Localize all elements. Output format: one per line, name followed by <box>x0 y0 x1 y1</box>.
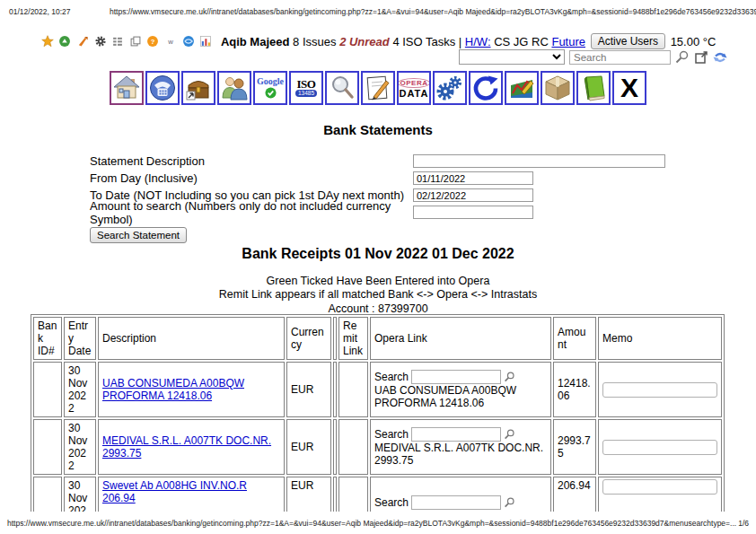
hw-values: CS JG RC <box>494 35 549 48</box>
toolbar: ? w Aqib Majeed 8 Issues 2 Unread 4 ISO … <box>0 33 756 49</box>
launch-icon[interactable] <box>76 35 89 48</box>
memo-input[interactable] <box>602 479 717 495</box>
app-icon-row: Google ISO 13485 OPERA DATA X <box>0 71 756 105</box>
book-icon[interactable] <box>576 71 611 105</box>
opera-search-icon[interactable] <box>504 372 515 383</box>
svg-text:w: w <box>167 38 173 46</box>
magnifier-icon[interactable] <box>325 71 359 105</box>
opera-search-input[interactable] <box>411 495 501 510</box>
statement-form: Statement Description From Day (Inclusiv… <box>90 153 665 243</box>
menu-search-select[interactable] <box>459 49 565 65</box>
cell-entry-date: 30 Nov 2022 <box>64 419 96 475</box>
chart-icon[interactable] <box>505 71 539 105</box>
statement-description-input[interactable] <box>413 154 665 168</box>
wiki-icon[interactable]: w <box>164 35 177 48</box>
cell-entry-date: 30 Nov 2022 <box>64 477 96 512</box>
globe-icon[interactable] <box>182 35 195 48</box>
cell-bank-id <box>33 477 62 512</box>
opera-data-icon[interactable]: OPERA DATA <box>397 71 431 105</box>
cell-remit-link <box>338 477 368 512</box>
notes-icon[interactable] <box>361 71 395 105</box>
iso-label: ISO <box>297 79 316 90</box>
cell-memo <box>598 362 722 417</box>
amount-search-input[interactable] <box>413 206 533 219</box>
cell-memo <box>598 419 722 475</box>
cell-description: Swevet Ab A008HG INV.NO.R 206.94 <box>98 477 285 512</box>
svg-text:?: ? <box>151 38 155 46</box>
treasure-chest-icon[interactable] <box>181 71 215 105</box>
iso-icon[interactable]: ISO 13485 <box>289 71 323 105</box>
receipts-notes: Green Ticked Have Been Entered into Oper… <box>0 275 756 316</box>
star-icon[interactable] <box>41 35 54 48</box>
opera-label: OPERA <box>398 78 431 88</box>
user-name: Aqib Majeed <box>221 35 290 48</box>
cell-bank-id <box>33 419 62 475</box>
google-label: Google <box>257 77 284 86</box>
col-bank-id: Bank ID# <box>33 317 62 360</box>
google-icon[interactable]: Google <box>253 71 287 105</box>
to-date-input[interactable] <box>413 188 533 202</box>
opera-search-icon[interactable] <box>504 429 515 441</box>
cell-spacer <box>333 477 337 512</box>
description-link[interactable]: Swevet Ab A008HG INV.NO.R 206.94 <box>102 479 247 504</box>
gear-icon[interactable] <box>94 35 107 48</box>
hw-link[interactable]: H/W: <box>465 35 491 48</box>
opera-search-icon[interactable] <box>504 497 515 509</box>
refresh-icon[interactable] <box>469 71 503 105</box>
memo-input[interactable] <box>602 440 717 455</box>
home-icon[interactable] <box>110 71 144 105</box>
sync-icon[interactable] <box>713 50 727 65</box>
description-link[interactable]: MEDIVAL S.R.L. A007TK DOC.NR. 2993.75 <box>102 434 271 460</box>
close-icon[interactable]: X <box>612 71 646 105</box>
help-icon[interactable]: ? <box>146 35 159 48</box>
memo-input[interactable] <box>602 382 717 398</box>
cell-spacer <box>333 419 337 475</box>
opera-search-input[interactable] <box>411 427 501 442</box>
copy-icon[interactable] <box>129 35 142 48</box>
cell-description: UAB CONSUMEDA A00BQW PROFORMA 12418.06 <box>98 362 285 417</box>
future-link[interactable]: Future <box>551 35 585 48</box>
search-statement-button[interactable]: Search Statement <box>90 227 187 243</box>
cell-amount: 206.94 <box>553 477 596 512</box>
note-green-ticked: Green Ticked Have Been Entered into Oper… <box>0 275 756 288</box>
table-row: 30 Nov 2022 MEDIVAL S.R.L. A007TK DOC.NR… <box>33 419 722 475</box>
package-icon[interactable] <box>541 71 575 105</box>
opera-search-input[interactable] <box>411 370 501 384</box>
search-bar <box>459 49 727 65</box>
footer-page-number: 1/6 <box>738 519 749 528</box>
stats-icon[interactable] <box>199 35 212 48</box>
cell-bank-id <box>33 362 62 417</box>
col-entry-date: Entry Date <box>64 317 96 360</box>
issues-count[interactable]: 8 Issues <box>293 35 336 48</box>
recycle-icon[interactable] <box>58 35 71 48</box>
description-link[interactable]: UAB CONSUMEDA A00BQW PROFORMA 12418.06 <box>102 377 244 402</box>
phone-icon[interactable] <box>145 71 180 105</box>
active-users-button[interactable]: Active Users <box>591 33 665 49</box>
col-opera-link: Opera Link <box>370 317 551 360</box>
iso-tasks-count[interactable]: 4 ISO Tasks | <box>392 35 462 48</box>
from-day-input[interactable] <box>413 171 533 185</box>
search-input[interactable] <box>569 50 671 65</box>
opera-match-text: UAB CONSUMEDA A00BQW PROFORMA 12418.06 <box>374 384 547 409</box>
table-row: 30 Nov 2022 UAB CONSUMEDA A00BQW PROFORM… <box>33 362 722 417</box>
statement-description-label: Statement Description <box>90 154 413 168</box>
cell-opera-link: Search UAB CONSUMEDA A00BQW PROFORMA 124… <box>370 362 551 417</box>
print-datetime: 01/12/2022, 10:27 <box>9 7 71 16</box>
cell-amount: 12418.06 <box>553 362 596 417</box>
search-icon[interactable] <box>675 50 690 65</box>
grid-icon[interactable] <box>111 35 124 48</box>
temperature: 15.00 °C <box>671 35 716 48</box>
table-row: 30 Nov 2022 Swevet Ab A008HG INV.NO.R 20… <box>33 477 722 512</box>
external-link-icon[interactable] <box>694 50 708 65</box>
page: 01/12/2022, 10:27 https://www.vmsecure.m… <box>0 0 756 534</box>
footer-url: https://www.vmsecure.me.uk//intranet/dat… <box>7 519 736 528</box>
gears-icon[interactable] <box>433 71 467 105</box>
col-spacer <box>333 317 337 360</box>
print-url: https://www.vmsecure.me.uk//intranet/dat… <box>110 7 756 16</box>
cell-currency: EUR <box>286 419 331 475</box>
unread-count[interactable]: 2 Unread <box>339 35 390 48</box>
iso-number-label: 13485 <box>295 90 317 97</box>
cell-remit-link <box>338 362 368 417</box>
note-remit-link: Remit Link appears if all matched Bank <… <box>0 288 756 302</box>
users-icon[interactable] <box>217 71 251 105</box>
